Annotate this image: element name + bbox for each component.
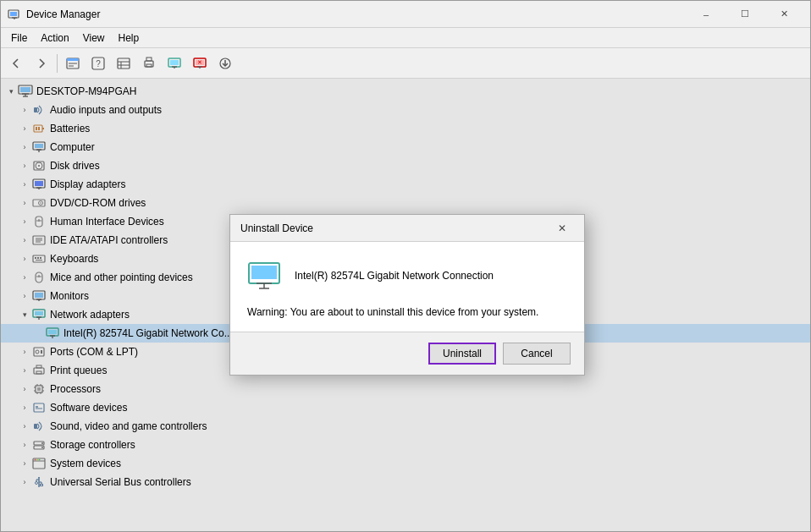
dialog-close-button[interactable]: ✕ [550,217,574,240]
toolbar-print[interactable] [137,52,161,75]
toolbar: ? [1,48,810,79]
svg-rect-16 [146,64,152,67]
main-window: Device Manager – ☐ ✕ File Action View He… [0,0,811,532]
titlebar: Device Manager – ☐ ✕ [1,1,810,28]
dialog-body: Intel(R) 82574L Gigabit Network Connecti… [230,242,584,332]
window-controls: – ☐ ✕ [687,1,803,28]
menu-action[interactable]: Action [34,30,75,46]
dialog-device-name: Intel(R) 82574L Gigabit Network Connecti… [295,270,494,282]
app-icon [8,8,21,21]
dialog-titlebar: Uninstall Device ✕ [230,215,584,242]
close-button[interactable]: ✕ [764,1,803,28]
content-area: ▾ DESKTOP-M94PGAH › [1,79,810,531]
toolbar-uninstall[interactable]: ✕ [188,52,212,75]
toolbar-grid[interactable] [112,52,135,75]
minimize-button[interactable]: – [687,1,725,28]
svg-text:?: ? [96,59,101,69]
dialog-warning: Warning: You are about to uninstall this… [247,306,567,318]
svg-text:✕: ✕ [197,59,202,65]
toolbar-help[interactable]: ? [86,52,110,75]
menu-help[interactable]: Help [112,30,146,46]
toolbar-forward[interactable] [30,52,53,75]
toolbar-properties[interactable] [61,52,85,75]
uninstall-button[interactable]: Uninstall [428,343,496,365]
svg-rect-10 [118,58,130,69]
uninstall-dialog: Uninstall Device ✕ Intel(R) 82574L G [229,214,585,376]
cancel-button[interactable]: Cancel [503,343,571,365]
menu-view[interactable]: View [76,30,112,46]
dialog-footer: Uninstall Cancel [230,332,584,375]
svg-rect-18 [170,60,179,65]
maximize-button[interactable]: ☐ [725,1,764,28]
window-title: Device Manager [26,8,687,20]
toolbar-sep-1 [57,54,58,73]
dialog-title: Uninstall Device [240,222,550,234]
toolbar-download[interactable] [213,52,237,75]
dialog-device-icon [247,259,281,293]
dialog-device-row: Intel(R) 82574L Gigabit Network Connecti… [247,259,567,293]
toolbar-display[interactable] [163,52,186,75]
toolbar-back[interactable] [4,52,28,75]
svg-rect-1 [10,12,17,16]
menu-file[interactable]: File [4,30,34,46]
svg-rect-5 [67,58,79,61]
menubar: File Action View Help [1,28,810,48]
svg-rect-117 [251,266,277,279]
